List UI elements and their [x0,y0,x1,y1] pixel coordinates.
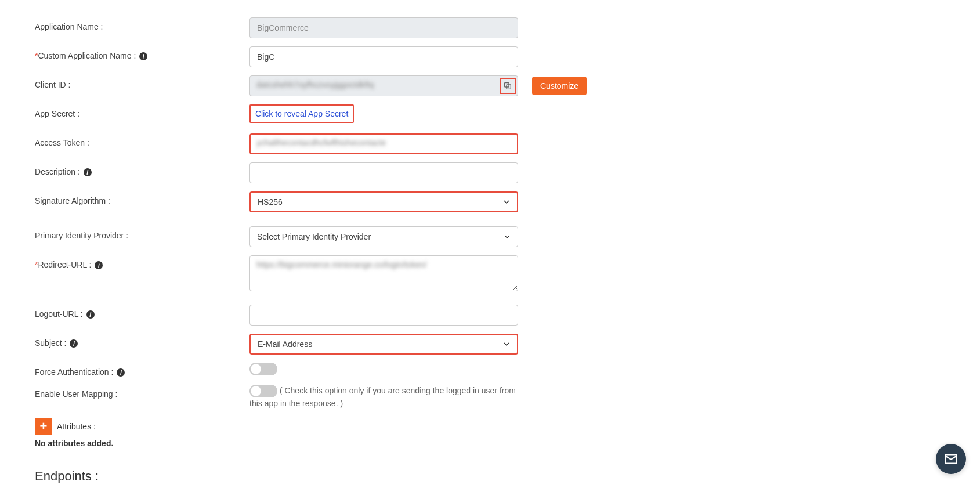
reveal-secret-wrap: Click to reveal App Secret [249,104,354,123]
row-description: Description : i [35,162,945,183]
form-container: Application Name : *Custom Application N… [35,17,945,488]
info-icon[interactable]: i [139,52,147,60]
reveal-app-secret-link[interactable]: Click to reveal App Secret [255,109,348,118]
label-signature-alg: Signature Algorithm : [35,191,249,205]
mail-icon [943,451,959,467]
user-mapping-help: ( Check this option only if you are send… [249,386,516,408]
label-logout-url: Logout-URL : [35,309,83,319]
label-redirect-url: Redirect-URL : [38,260,91,269]
redirect-url-input[interactable] [249,255,518,291]
row-primary-idp: Primary Identity Provider : Select Prima… [35,226,945,247]
label-access-token: Access Token : [35,133,249,147]
row-custom-app-name: *Custom Application Name : i [35,46,945,67]
copy-icon [503,81,512,91]
add-attribute-button[interactable]: + [35,418,52,435]
label-description: Description : [35,167,80,176]
row-force-auth: Force Authentication : i [35,363,945,377]
logout-url-input[interactable] [249,305,518,326]
row-logout-url: Logout-URL : i [35,305,945,326]
primary-idp-select[interactable]: Select Primary Identity Provider [249,226,518,247]
endpoints-heading: Endpoints : [35,469,945,484]
subject-select[interactable]: E-Mail Address [249,334,518,355]
label-force-auth: Force Authentication : [35,367,113,377]
label-application-name: Application Name : [35,17,249,31]
custom-app-name-input[interactable] [249,46,518,67]
label-attributes: Attributes : [57,422,96,431]
row-user-mapping: Enable User Mapping : ( Check this optio… [35,385,945,410]
force-auth-toggle[interactable] [249,363,277,375]
row-attributes: + Attributes : [35,418,945,435]
row-application-name: Application Name : [35,17,945,38]
info-icon[interactable]: i [86,310,95,319]
label-client-id: Client ID : [35,75,249,89]
signature-algorithm-select[interactable]: HS256 [249,191,518,212]
info-icon[interactable]: i [70,339,78,348]
label-custom-app-name: Custom Application Name : [38,51,136,60]
row-redirect-url: *Redirect-URL : i https://bigcommerce.mi… [35,255,945,293]
client-id-blurred: datcshehh7oyfhczvoyjggoctdkftq [256,80,374,89]
user-mapping-toggle[interactable] [249,385,277,397]
application-name-input [249,17,518,38]
label-primary-idp: Primary Identity Provider : [35,226,249,240]
info-icon[interactable]: i [95,261,103,269]
info-icon[interactable]: i [84,168,92,176]
no-attributes-text: No attributes added. [35,439,945,448]
row-signature-alg: Signature Algorithm : HS256 [35,191,945,212]
customize-button[interactable]: Customize [532,77,587,95]
row-subject: Subject : i E-Mail Address [35,334,945,355]
info-icon[interactable]: i [117,368,125,377]
row-client-id: Client ID : datcshehh7oyfhczvoyjggoctdkf… [35,75,945,96]
row-app-secret: App Secret : Click to reveal App Secret [35,104,945,123]
label-subject: Subject : [35,338,66,348]
chat-fab-button[interactable] [936,444,966,474]
description-input[interactable] [249,162,518,183]
label-user-mapping: Enable User Mapping : [35,385,249,399]
copy-client-id-button[interactable] [500,78,516,94]
access-token-input[interactable] [249,133,518,154]
label-app-secret: App Secret : [35,104,249,118]
row-access-token: Access Token : ychalthecontacdhcfwflhish… [35,133,945,154]
